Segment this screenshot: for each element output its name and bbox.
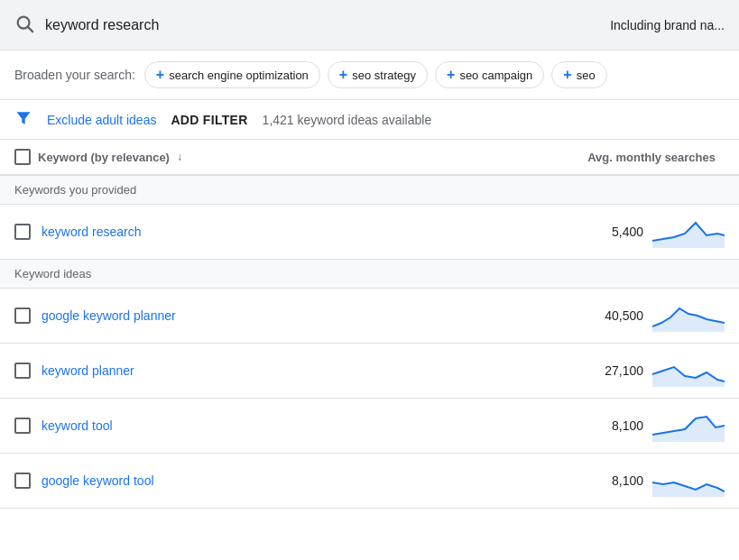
funnel-icon (14, 109, 32, 130)
avg-value: 27,100 (598, 363, 643, 378)
section-ideas: Keyword ideas (0, 260, 739, 289)
section-provided: Keywords you provided (0, 176, 739, 205)
search-left: keyword research (14, 14, 159, 36)
row-checkbox[interactable] (14, 363, 31, 379)
sparkline-chart (652, 216, 725, 248)
keyword-table: Keyword (by relevance) ↓ Avg. monthly se… (0, 140, 739, 509)
table-row: keyword planner 27,100 (0, 344, 739, 399)
svg-line-1 (28, 27, 32, 32)
row-avg-cell: 40,500 (526, 299, 725, 332)
row-keyword-cell: keyword research (14, 224, 526, 240)
chip-label: search engine optimization (169, 69, 309, 82)
chip-seo-short[interactable]: + seo (551, 61, 606, 88)
avg-col-label: Avg. monthly searches (587, 151, 716, 164)
table-row: keyword tool 8,100 (0, 399, 739, 454)
keyword-col-label: Keyword (by relevance) (38, 151, 170, 164)
add-filter-button[interactable]: ADD FILTER (171, 113, 247, 127)
row-checkbox[interactable] (14, 308, 31, 324)
chip-seo-strategy[interactable]: + seo strategy (328, 61, 428, 88)
keyword-col-header: Keyword (by relevance) ↓ (14, 149, 526, 165)
chip-seo[interactable]: + search engine optimization (144, 61, 320, 88)
table-row: google keyword tool 8,100 (0, 454, 739, 509)
chip-plus-icon: + (447, 67, 455, 83)
avg-value: 40,500 (598, 308, 643, 323)
search-query-text: keyword research (45, 17, 159, 33)
sparkline-chart (652, 299, 725, 332)
sparkline-chart (652, 464, 725, 497)
sparkline-chart (652, 409, 725, 442)
brand-filter-label[interactable]: Including brand na... (610, 18, 725, 32)
filter-row: Exclude adult ideas ADD FILTER 1,421 key… (0, 100, 739, 140)
keyword-text[interactable]: keyword tool (42, 418, 113, 433)
sort-icon[interactable]: ↓ (177, 151, 182, 163)
chip-plus-icon: + (156, 67, 164, 83)
row-checkbox[interactable] (14, 224, 31, 240)
row-avg-cell: 8,100 (526, 409, 725, 442)
search-bar: keyword research Including brand na... (0, 0, 739, 50)
avg-value: 8,100 (598, 473, 643, 488)
row-checkbox[interactable] (14, 473, 31, 489)
avg-col-header: Avg. monthly searches (526, 151, 725, 164)
row-keyword-cell: keyword tool (14, 418, 526, 434)
chip-label: seo (577, 69, 596, 82)
chip-plus-icon: + (339, 67, 347, 83)
chip-label: seo strategy (352, 69, 416, 82)
table-row: keyword research 5,400 (0, 205, 739, 260)
chip-plus-icon: + (563, 67, 571, 83)
row-avg-cell: 8,100 (526, 464, 725, 497)
ideas-count-text: 1,421 keyword ideas available (263, 113, 432, 127)
broaden-row: Broaden your search: + search engine opt… (0, 50, 739, 100)
row-keyword-cell: google keyword planner (14, 308, 526, 324)
broaden-chips: + search engine optimization + seo strat… (144, 61, 607, 88)
row-keyword-cell: keyword planner (14, 363, 526, 379)
chip-seo-campaign[interactable]: + seo campaign (435, 61, 544, 88)
sparkline-chart (652, 354, 725, 387)
keyword-text[interactable]: google keyword planner (42, 308, 176, 323)
avg-value: 8,100 (598, 418, 643, 433)
chip-label: seo campaign (459, 69, 532, 82)
row-checkbox[interactable] (14, 418, 31, 434)
broaden-label: Broaden your search: (14, 68, 135, 82)
row-keyword-cell: google keyword tool (14, 473, 526, 489)
keyword-text[interactable]: keyword research (42, 225, 142, 239)
search-icon (14, 14, 34, 36)
select-all-checkbox[interactable] (14, 149, 31, 165)
row-avg-cell: 27,100 (526, 354, 725, 387)
exclude-adult-link[interactable]: Exclude adult ideas (47, 113, 156, 127)
keyword-text[interactable]: google keyword tool (42, 473, 154, 488)
row-avg-cell: 5,400 (526, 216, 725, 248)
table-header: Keyword (by relevance) ↓ Avg. monthly se… (0, 140, 739, 176)
avg-value: 5,400 (598, 225, 643, 239)
table-row: google keyword planner 40,500 (0, 289, 739, 344)
keyword-text[interactable]: keyword planner (42, 363, 134, 378)
